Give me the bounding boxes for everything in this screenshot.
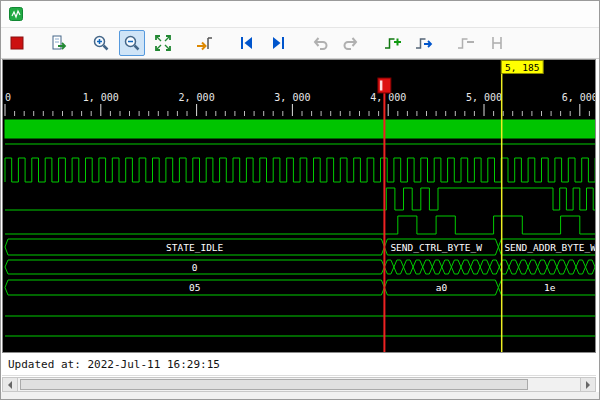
- goto-cursor-button[interactable]: [411, 30, 437, 56]
- signal-sda-burst: [5, 216, 595, 234]
- zoom-fit-button[interactable]: [150, 30, 176, 56]
- signal-data-byte: 05a01e: [5, 280, 595, 295]
- scrollbar-thumb[interactable]: [20, 379, 528, 390]
- zoom-out-icon: [122, 33, 142, 53]
- bus-value-label: 0: [192, 262, 198, 273]
- time-ruler: 01, 0002, 0003, 0004, 0005, 0006, 000: [5, 92, 595, 116]
- bus-value-label: 05: [189, 282, 200, 293]
- snap-edge-button[interactable]: [484, 30, 510, 56]
- zoom-in-button[interactable]: [88, 30, 114, 56]
- time-tick-label: 3, 000: [274, 92, 310, 103]
- remove-cursor-button[interactable]: [453, 30, 479, 56]
- zoom-fit-icon: [153, 33, 173, 53]
- goto-cursor-icon: [414, 33, 434, 53]
- signal-scl-burst: [5, 188, 595, 210]
- red-cursor-flag[interactable]: [378, 78, 391, 93]
- waveform-viewer-window: 01, 0002, 0003, 0004, 0005, 0006, 000STA…: [0, 0, 600, 400]
- window-bottom-edge: [1, 392, 599, 399]
- go-first-icon: [237, 33, 257, 53]
- red-cursor-flag-mark: [380, 81, 383, 91]
- add-cursor-icon: [383, 33, 403, 53]
- stop-icon: [7, 33, 27, 53]
- jump-edge-button[interactable]: [192, 30, 218, 56]
- bus-value-label: SEND_CTRL_BYTE_W: [390, 242, 482, 253]
- signal-clk: [5, 158, 595, 182]
- bus-value-label: SEND_ADDR_BYTE_W: [504, 242, 595, 253]
- left-arrow-icon: [8, 381, 12, 389]
- cursor-time-label: 5, 185: [505, 62, 539, 73]
- signal-bus-activity: [5, 120, 595, 138]
- zoom-in-icon: [91, 33, 111, 53]
- cursors: 5, 185: [378, 61, 543, 353]
- signal-bit-cnt: 0: [5, 260, 595, 274]
- time-tick-label: 5, 000: [466, 92, 502, 103]
- go-last-button[interactable]: [265, 30, 291, 56]
- undo-button[interactable]: [307, 30, 333, 56]
- add-cursor-button[interactable]: [380, 30, 406, 56]
- redo-icon: [341, 33, 361, 53]
- time-tick-label: 0: [5, 92, 11, 103]
- waveform-panel[interactable]: 01, 0002, 0003, 0004, 0005, 0006, 000STA…: [2, 59, 596, 353]
- bus-value-label: STATE_IDLE: [166, 242, 223, 253]
- horizontal-scrollbar[interactable]: [2, 377, 596, 392]
- bus-value-label: 1e: [544, 282, 556, 293]
- waveform-svg: 01, 0002, 0003, 0004, 0005, 0006, 000STA…: [3, 60, 595, 352]
- jump-edge-icon: [195, 33, 215, 53]
- app-icon: [9, 7, 23, 21]
- titlebar: [1, 1, 599, 27]
- remove-cursor-icon: [456, 33, 476, 53]
- scroll-left-button[interactable]: [3, 378, 18, 391]
- redo-button[interactable]: [338, 30, 364, 56]
- export-button[interactable]: [46, 30, 72, 56]
- zoom-out-button[interactable]: [119, 30, 145, 56]
- bus-value-label: a0: [436, 282, 448, 293]
- go-last-icon: [268, 33, 288, 53]
- snap-edge-icon: [487, 33, 507, 53]
- time-tick-label: 1, 000: [83, 92, 119, 103]
- scrollbar-track[interactable]: [18, 378, 580, 391]
- status-bar: Updated at: 2022-Jul-11 16:29:15: [2, 353, 596, 376]
- undo-icon: [310, 33, 330, 53]
- right-arrow-icon: [586, 381, 590, 389]
- toolbar: [1, 27, 599, 59]
- stop-button[interactable]: [4, 30, 30, 56]
- scroll-right-button[interactable]: [580, 378, 595, 391]
- time-tick-label: 6, 000: [562, 92, 595, 103]
- signal-state: STATE_IDLESEND_CTRL_BYTE_WSEND_ADDR_BYTE…: [5, 239, 595, 255]
- export-icon: [49, 33, 69, 53]
- updated-at-text: Updated at: 2022-Jul-11 16:29:15: [8, 358, 220, 371]
- time-tick-label: 4, 000: [370, 92, 406, 103]
- time-tick-label: 2, 000: [179, 92, 215, 103]
- go-first-button[interactable]: [234, 30, 260, 56]
